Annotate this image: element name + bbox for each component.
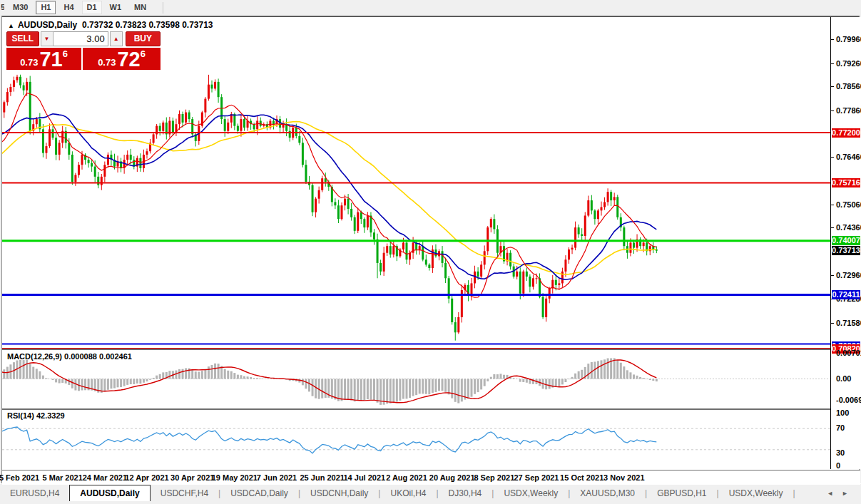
price-axis-label: 0.78560 bbox=[836, 82, 861, 91]
indicator-axis-label: 0.007015 bbox=[836, 349, 861, 357]
ask-pip-digit: 6 bbox=[141, 48, 146, 59]
volume-decrease-button[interactable]: ▼ bbox=[41, 31, 54, 46]
date-axis-label: 8 Sep 2021 bbox=[474, 473, 514, 482]
indicator-axis-label: -0.006923 bbox=[836, 396, 861, 404]
chart-tab-usdchf-h4[interactable]: USDCHF,H4 bbox=[151, 485, 218, 502]
timeframe-button-h4[interactable]: H4 bbox=[58, 1, 78, 14]
tab-scroll-arrows[interactable]: ◄► bbox=[827, 490, 857, 497]
date-axis-label: 20 Aug 2021 bbox=[429, 473, 475, 482]
axis-tick bbox=[831, 63, 834, 64]
price-level-tag: 0.72411 bbox=[832, 290, 860, 299]
toolbar-separator bbox=[163, 2, 163, 14]
rsi-indicator-label: RSI(14) 42.3329 bbox=[7, 411, 65, 420]
price-axis-label: 0.79260 bbox=[836, 59, 861, 68]
price-axis: 0.799600.792600.785600.778600.764600.750… bbox=[830, 17, 861, 469]
panel-separator bbox=[2, 349, 860, 350]
bid-big-digits: 71 bbox=[39, 50, 62, 69]
timeframe-button-d1[interactable]: D1 bbox=[82, 1, 102, 14]
panel-separator bbox=[2, 470, 860, 470]
axis-tick bbox=[831, 323, 834, 324]
date-axis-label: 3 Nov 2021 bbox=[603, 473, 644, 482]
axis-tick bbox=[831, 205, 834, 205]
status-strip bbox=[0, 501, 861, 504]
price-axis-label: 0.74360 bbox=[836, 223, 861, 232]
buy-button[interactable]: BUY bbox=[126, 31, 161, 46]
chart-tab-audusd-daily[interactable]: AUDUSD,Daily bbox=[69, 485, 150, 502]
rsi-canvas[interactable] bbox=[2, 410, 830, 470]
price-level-tag: 0.75716 bbox=[832, 178, 860, 187]
volume-increase-button[interactable]: ▲ bbox=[110, 31, 123, 46]
ask-big-digits: 72 bbox=[117, 50, 140, 69]
macd-indicator-label: MACD(12,26,9) 0.000088 0.002461 bbox=[7, 352, 132, 361]
chart-tab-usdx-weekly[interactable]: USDX,Weekly bbox=[494, 485, 568, 502]
price-axis-label: 0.72960 bbox=[836, 271, 861, 279]
chart-tab-eurusd-h4[interactable]: EURUSD,H4 bbox=[0, 485, 69, 502]
axis-tick bbox=[831, 39, 834, 40]
bid-quote[interactable]: 0.73 71 6 bbox=[6, 48, 81, 70]
chart-tab-usdcnh-daily[interactable]: USDCNH,Daily bbox=[300, 485, 378, 502]
timeframe-button-mn[interactable]: MN bbox=[129, 1, 151, 14]
ohlc-high: 0.73823 bbox=[116, 20, 146, 30]
timeframe-button-5[interactable]: 5 bbox=[0, 1, 5, 14]
chart-tab-bar: EURUSD,H4AUDUSD,DailyUSDCHF,H4|USDCAD,Da… bbox=[0, 483, 861, 502]
sell-button[interactable]: SELL bbox=[6, 31, 39, 46]
axis-tick bbox=[831, 86, 834, 87]
date-axis-label: 30 Apr 2021 bbox=[170, 473, 214, 482]
price-axis-label: 0.77860 bbox=[836, 106, 861, 115]
price-axis-label: 0.75060 bbox=[836, 200, 861, 209]
chart-tab-xauusd-m30[interactable]: XAUUSD,M30 bbox=[570, 485, 645, 502]
price-level-tag: 0.74007 bbox=[832, 236, 860, 245]
ask-prefix: 0.73 bbox=[98, 57, 116, 68]
price-axis-label: 0.79960 bbox=[836, 35, 861, 43]
date-axis-label: 7 Jun 2021 bbox=[257, 473, 297, 482]
axis-tick bbox=[831, 110, 834, 111]
bid-prefix: 0.73 bbox=[20, 57, 38, 68]
timeframe-button-w1[interactable]: W1 bbox=[105, 1, 127, 14]
price-level-tag: 0.77200 bbox=[832, 128, 860, 138]
volume-input[interactable]: 3.00 bbox=[54, 31, 108, 46]
chart-tab-ukoil-h4[interactable]: UKOil,H4 bbox=[380, 485, 436, 502]
timeframe-toolbar: 5M30H1H4D1W1MN bbox=[0, 0, 861, 15]
chart-tab-gbpusd-h1[interactable]: GBPUSD,H1 bbox=[647, 485, 716, 502]
date-axis-label: 12 Apr 2021 bbox=[125, 473, 168, 482]
collapse-arrow-icon[interactable]: ▲ bbox=[8, 22, 14, 29]
timeframe-button-m30[interactable]: M30 bbox=[8, 1, 33, 14]
price-level-tag: 0.73713 bbox=[832, 246, 860, 255]
indicator-axis-label: 30 bbox=[836, 448, 845, 457]
chart-tab-usdx-weekly[interactable]: USDX,Weekly bbox=[719, 485, 793, 502]
indicator-axis-label: 0 bbox=[836, 461, 840, 470]
date-axis-label: 15 Feb 2021 bbox=[0, 473, 39, 482]
date-axis-label: 2 Aug 2021 bbox=[386, 473, 427, 482]
ohlc-close: 0.73713 bbox=[182, 20, 213, 30]
ohlc-low: 0.73598 bbox=[148, 20, 179, 30]
date-axis: 15 Feb 20215 Mar 202124 Mar 202112 Apr 2… bbox=[2, 470, 860, 485]
chart-title: ▲AUDUSD,Daily 0.73732 0.73823 0.73598 0.… bbox=[8, 20, 213, 30]
date-axis-label: 5 Mar 2021 bbox=[43, 473, 83, 482]
date-axis-label: 24 Mar 2021 bbox=[83, 473, 127, 482]
bid-pip-digit: 6 bbox=[63, 48, 68, 59]
price-axis-label: 0.71580 bbox=[836, 319, 861, 327]
chart-window: ▲AUDUSD,Daily 0.73732 0.73823 0.73598 0.… bbox=[1, 16, 860, 483]
ohlc-open: 0.73732 bbox=[82, 20, 113, 30]
axis-tick bbox=[831, 275, 834, 276]
date-axis-label: 19 May 2021 bbox=[212, 473, 258, 482]
indicator-axis-label: 0.00 bbox=[836, 374, 851, 383]
date-axis-label: 25 Jun 2021 bbox=[300, 473, 345, 482]
one-click-trade-panel: SELL ▼ 3.00 ▲ BUY 0.73 71 6 0.73 72 6 bbox=[6, 31, 161, 70]
price-axis-label: 0.76460 bbox=[836, 153, 861, 161]
date-axis-label: 14 Jul 2021 bbox=[343, 473, 385, 482]
axis-tick bbox=[831, 157, 834, 158]
indicator-axis-label: 100 bbox=[836, 408, 849, 417]
chart-tab-usdcad-daily[interactable]: USDCAD,Daily bbox=[220, 485, 298, 502]
chart-tab-dj30-h4[interactable]: DJ30,H4 bbox=[439, 485, 492, 502]
chart-symbol-label: AUDUSD,Daily bbox=[18, 20, 77, 30]
panel-separator bbox=[2, 408, 860, 410]
timeframe-button-h1[interactable]: H1 bbox=[36, 1, 56, 14]
axis-tick bbox=[831, 227, 834, 228]
ask-quote[interactable]: 0.73 72 6 bbox=[83, 48, 161, 70]
date-axis-label: 15 Oct 2021 bbox=[560, 473, 603, 482]
indicator-axis-label: 70 bbox=[836, 423, 845, 432]
date-axis-label: 27 Sep 2021 bbox=[514, 473, 559, 482]
mt4-terminal: 5M30H1H4D1W1MN ▲AUDUSD,Daily 0.73732 0.7… bbox=[0, 0, 861, 504]
tab-separator: | bbox=[793, 485, 795, 502]
